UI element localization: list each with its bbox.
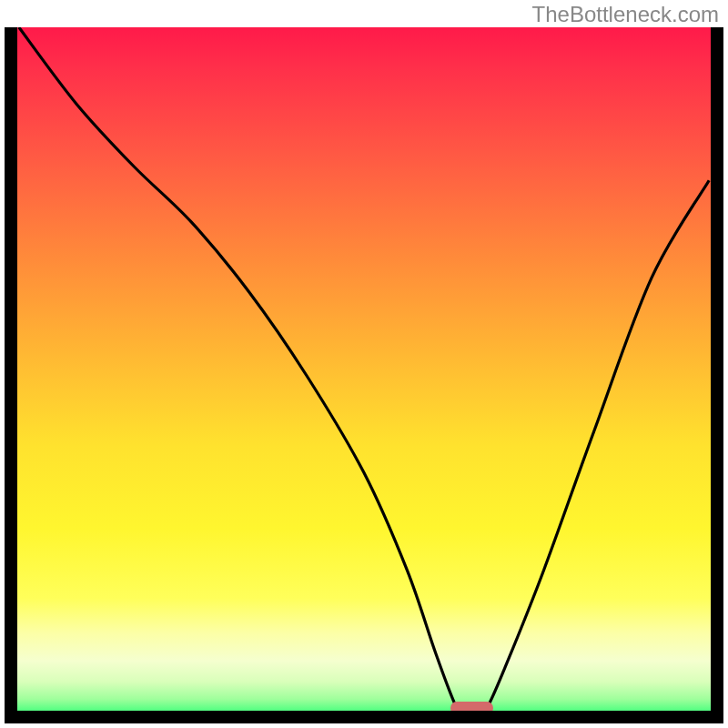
axis-left bbox=[5, 27, 17, 723]
axis-bottom bbox=[5, 711, 723, 723]
chart-container: TheBottleneck.com bbox=[0, 0, 728, 728]
watermark-text: TheBottleneck.com bbox=[532, 2, 719, 27]
axis-right bbox=[711, 27, 723, 723]
bottleneck-curve bbox=[5, 27, 723, 723]
